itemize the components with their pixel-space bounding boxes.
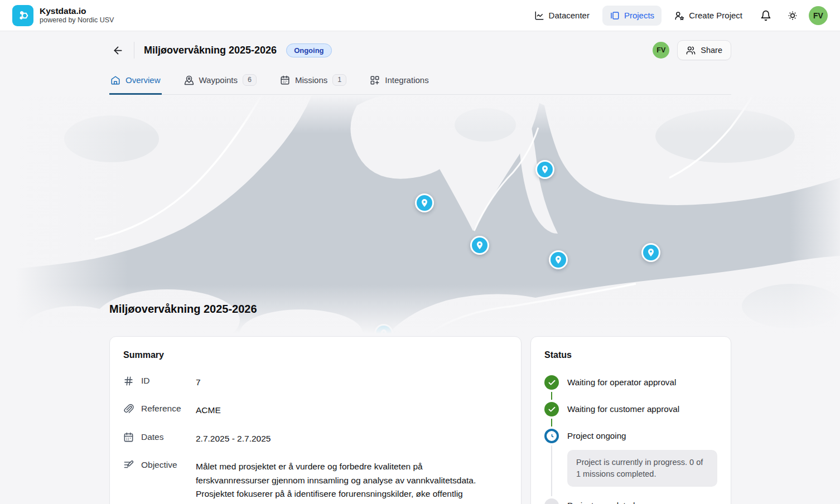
user-avatar[interactable]: FV (809, 6, 828, 25)
status-step-label: Waiting for operator approval (567, 375, 717, 390)
bell-icon (760, 10, 771, 21)
page-title: Miljøovervåkning 2025-2026 (144, 45, 277, 56)
status-heading: Status (544, 350, 717, 360)
tab-waypoints[interactable]: Waypoints 6 (183, 68, 258, 95)
clock-circle-icon (544, 429, 559, 443)
pin-icon (420, 198, 429, 207)
header-divider (134, 42, 134, 59)
summary-row-id: ID 7 (123, 375, 508, 389)
chart-line-icon (534, 11, 544, 21)
pin-icon (540, 165, 549, 174)
arrow-left-icon (112, 45, 124, 56)
status-step-completed: Project completed (544, 498, 717, 504)
grid-plus-icon (370, 75, 380, 85)
summary-row-objective: Objective Målet med prosjektet er å vurd… (123, 459, 508, 504)
status-step-customer-approval: Waiting for customer approval (544, 402, 717, 429)
back-button[interactable] (109, 42, 126, 59)
map-waypoint-marker[interactable] (549, 250, 568, 269)
users-icon (686, 46, 696, 55)
map-project-title: Miljøovervåkning 2025-2026 (109, 303, 257, 316)
summary-label: Reference (141, 403, 196, 414)
paperclip-icon (123, 404, 134, 415)
project-map[interactable] (0, 94, 840, 337)
summary-card: Summary ID 7 Reference ACME Dates (109, 336, 522, 504)
content-area: Miljøovervåkning 2025-2026 Ongoing FV Sh… (0, 31, 840, 504)
summary-value: 7 (196, 375, 201, 389)
theme-toggle-button[interactable] (782, 5, 803, 26)
status-badge: Ongoing (286, 43, 331, 57)
status-step-label: Waiting for customer approval (567, 402, 717, 416)
map-waypoint-marker[interactable] (470, 236, 489, 255)
tab-bar: Overview Waypoints 6 Missions 1 Integrat… (109, 68, 731, 95)
panels-icon (610, 11, 620, 21)
basemap (0, 94, 840, 337)
calendar-icon (280, 75, 290, 85)
timeline-connector (551, 419, 552, 427)
timeline-connector (551, 445, 552, 496)
tab-integrations[interactable]: Integrations (369, 68, 429, 95)
summary-value: ACME (196, 403, 221, 417)
home-icon (110, 75, 120, 85)
project-avatar[interactable]: FV (653, 42, 669, 59)
map-pin-icon (184, 75, 194, 85)
status-step-operator-approval: Waiting for operator approval (544, 375, 717, 402)
notifications-button[interactable] (755, 5, 776, 26)
pin-icon (554, 255, 563, 264)
waypoints-count-badge: 6 (243, 74, 257, 86)
nav-projects[interactable]: Projects (602, 6, 662, 26)
calendar-icon (123, 432, 134, 443)
pending-circle-icon (544, 498, 559, 504)
brand-text: Kystdata.io powered by Nordic USV (40, 6, 114, 24)
hash-icon (123, 376, 134, 387)
check-circle-icon (544, 375, 559, 390)
pin-icon (475, 241, 484, 250)
summary-value: Målet med prosjektet er å vurdere og for… (196, 459, 491, 504)
user-plus-icon (674, 11, 684, 21)
summary-label: ID (141, 375, 196, 386)
tab-missions[interactable]: Missions 1 (279, 68, 347, 95)
summary-heading: Summary (123, 350, 508, 360)
summary-value: 2.7.2025 - 2.7.2025 (196, 432, 271, 445)
brand-tagline: powered by Nordic USV (40, 16, 114, 24)
tab-overview[interactable]: Overview (109, 68, 162, 95)
brand-logo-icon (12, 5, 33, 26)
summary-label: Objective (141, 459, 196, 470)
check-circle-icon (544, 402, 559, 416)
summary-row-dates: Dates 2.7.2025 - 2.7.2025 (123, 432, 508, 445)
status-step-label: Project completed (567, 498, 717, 504)
nav-datacenter[interactable]: Datacenter (527, 6, 597, 26)
brand[interactable]: Kystdata.io powered by Nordic USV (12, 5, 114, 26)
status-step-note: Project is currently in progress. 0 of 1… (567, 450, 717, 487)
pin-icon (646, 248, 655, 257)
project-header: Miljøovervåkning 2025-2026 Ongoing FV Sh… (109, 38, 731, 62)
timeline-connector (551, 392, 552, 400)
missions-count-badge: 1 (332, 74, 346, 86)
cards-row: Summary ID 7 Reference ACME Dates (109, 336, 731, 504)
status-step-ongoing: Project ongoing Project is currently in … (544, 429, 717, 498)
top-nav: Datacenter Projects Create Project FV (527, 5, 828, 26)
brand-name: Kystdata.io (40, 6, 114, 16)
nav-create-project[interactable]: Create Project (667, 6, 750, 26)
summary-label: Dates (141, 432, 196, 442)
map-waypoint-marker[interactable] (535, 160, 554, 179)
top-bar: Kystdata.io powered by Nordic USV Datace… (0, 0, 840, 31)
map-waypoint-marker[interactable] (641, 243, 660, 262)
summary-row-reference: Reference ACME (123, 403, 508, 417)
map-waypoint-marker[interactable] (415, 193, 434, 212)
objective-pen-icon (123, 460, 134, 471)
share-button[interactable]: Share (677, 40, 731, 60)
status-step-label: Project ongoing (567, 429, 717, 443)
sun-icon (787, 10, 798, 21)
status-card: Status Waiting for operator approval (530, 336, 731, 504)
header-actions: FV Share (653, 40, 731, 60)
